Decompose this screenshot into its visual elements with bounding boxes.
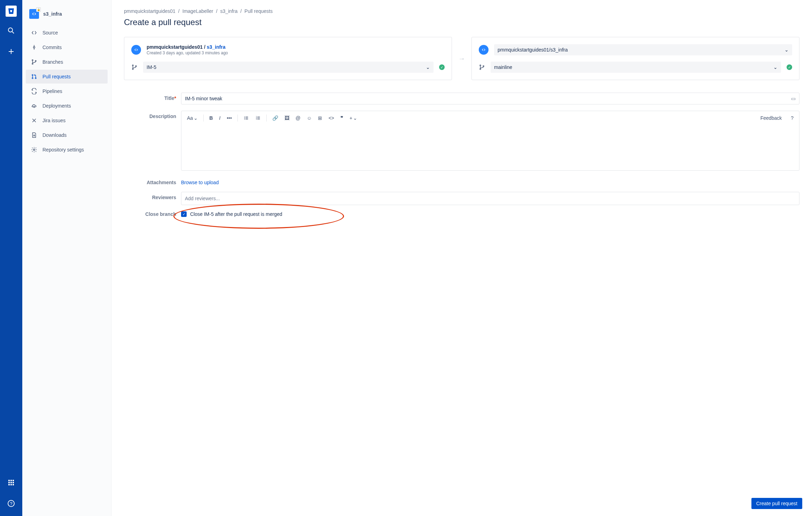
title-input[interactable]: IM-5 minor tweak ▭ (181, 93, 799, 104)
svg-rect-44 (257, 118, 260, 118)
description-label: Description (124, 111, 176, 119)
chevron-down-icon: ⌄ (194, 115, 198, 121)
gear-icon (31, 146, 38, 153)
help-button[interactable]: ? (789, 114, 796, 122)
reviewers-input[interactable]: Add reviewers... (181, 192, 799, 205)
svg-point-20 (35, 61, 36, 62)
insert-button[interactable]: + ⌄ (348, 114, 359, 122)
text-style-button[interactable]: Aa ⌄ (185, 114, 200, 122)
search-icon[interactable] (4, 24, 18, 38)
svg-rect-38 (245, 118, 248, 118)
svg-point-23 (35, 78, 36, 79)
quote-button[interactable]: ❞ (338, 114, 345, 122)
close-branch-text: Close IM-5 after the pull request is mer… (190, 211, 282, 217)
svg-point-22 (32, 78, 33, 79)
svg-rect-7 (8, 482, 10, 483)
svg-rect-4 (8, 480, 10, 481)
breadcrumb-item[interactable]: pmmquickstartguides01 (124, 8, 175, 14)
arrow-right-icon: → (458, 55, 465, 63)
create-icon[interactable] (4, 45, 18, 58)
repo-header[interactable]: 🔒 s3_infra (26, 7, 108, 26)
svg-point-34 (483, 66, 484, 67)
table-button[interactable]: ⊞ (316, 114, 324, 122)
svg-rect-5 (10, 480, 12, 481)
code-button[interactable]: <> (326, 114, 336, 122)
sidebar-item-source[interactable]: Source (26, 26, 108, 40)
image-button[interactable]: 🖼 (282, 114, 291, 122)
browse-upload-link[interactable]: Browse to upload (181, 177, 219, 185)
sidebar-item-label: Source (42, 30, 58, 36)
branch-icon (131, 64, 138, 70)
sidebar-item-commits[interactable]: Commits (26, 40, 108, 54)
svg-rect-9 (13, 482, 14, 483)
sidebar-item-label: Branches (42, 59, 63, 65)
svg-rect-10 (8, 484, 10, 485)
title-label: Title* (124, 93, 176, 101)
contact-icon[interactable]: ▭ (791, 96, 796, 101)
jira-icon (31, 117, 38, 124)
help-icon[interactable]: ? (4, 497, 18, 510)
description-textarea[interactable] (181, 125, 799, 170)
chevron-down-icon: ⌄ (773, 64, 778, 70)
sidebar-item-branches[interactable]: Branches (26, 55, 108, 69)
create-pull-request-button[interactable]: Create pull request (751, 498, 802, 509)
number-list-button[interactable]: 123 (253, 114, 263, 122)
sidebar-item-label: Repository settings (42, 147, 84, 153)
branches-icon (31, 58, 38, 65)
feedback-button[interactable]: Feedback (758, 114, 784, 122)
svg-point-33 (480, 69, 481, 70)
svg-rect-46 (257, 119, 260, 119)
sidebar-item-pull-requests[interactable]: Pull requests (26, 70, 108, 84)
source-branch-select[interactable]: IM-5 ⌄ (143, 62, 434, 73)
global-nav: ? (0, 0, 22, 516)
svg-rect-42 (257, 117, 260, 117)
bullet-list-button[interactable] (241, 114, 251, 122)
apps-icon[interactable] (4, 476, 18, 490)
deployments-icon (31, 102, 38, 109)
close-branch-checkbox[interactable]: ✓ (181, 211, 187, 217)
bold-button[interactable]: B (207, 114, 215, 122)
svg-rect-12 (13, 484, 14, 485)
dest-branch-select[interactable]: mainline ⌄ (491, 62, 781, 73)
code-icon (131, 45, 141, 55)
sidebar-item-settings[interactable]: Repository settings (26, 143, 108, 157)
breadcrumb-item[interactable]: ImageLabeller (182, 8, 213, 14)
dest-repo-select[interactable]: pmmquickstartguides01/s3_infra ⌄ (494, 44, 792, 55)
svg-rect-8 (10, 482, 12, 483)
source-box: pmmquickstartguides01 / s3_infra Created… (124, 37, 452, 80)
sidebar-item-label: Jira issues (42, 118, 65, 123)
lock-icon: 🔒 (36, 7, 41, 12)
svg-point-35 (244, 117, 245, 117)
svg-point-31 (135, 66, 136, 67)
bitbucket-logo[interactable] (6, 6, 17, 17)
more-formatting-button[interactable]: ••• (225, 114, 234, 122)
downloads-icon (31, 132, 38, 139)
chevron-down-icon: ⌄ (353, 115, 357, 121)
svg-point-0 (8, 28, 13, 32)
breadcrumb-item[interactable]: Pull requests (244, 8, 273, 14)
breadcrumb-item[interactable]: s3_infra (220, 8, 237, 14)
sidebar-item-label: Deployments (42, 103, 71, 109)
repo-title: s3_infra (43, 11, 62, 17)
sidebar-item-pipelines[interactable]: Pipelines (26, 84, 108, 98)
breadcrumb: pmmquickstartguides01/ ImageLabeller/ s3… (124, 8, 799, 14)
editor-toolbar: Aa ⌄ B I ••• 123 🔗 🖼 @ ☺ ⊞ <> ❞ + (181, 111, 799, 125)
pull-requests-icon (31, 73, 38, 80)
emoji-button[interactable]: ☺ (305, 114, 314, 122)
dest-box: pmmquickstartguides01/s3_infra ⌄ mainlin… (471, 37, 799, 80)
repo-link[interactable]: s3_infra (207, 44, 226, 50)
svg-point-15 (33, 47, 35, 48)
sidebar-item-label: Downloads (42, 132, 67, 138)
mention-button[interactable]: @ (294, 114, 303, 122)
sidebar: 🔒 s3_infra Source Commits Branches Pull … (22, 0, 111, 516)
sidebar-item-downloads[interactable]: Downloads (26, 128, 108, 142)
link-button[interactable]: 🔗 (270, 114, 280, 122)
svg-text:3: 3 (256, 118, 257, 120)
svg-point-37 (244, 118, 245, 118)
sidebar-item-deployments[interactable]: Deployments (26, 99, 108, 113)
italic-button[interactable]: I (217, 114, 222, 122)
close-branch-label: Close branch (124, 211, 176, 217)
commits-icon (31, 44, 38, 51)
source-icon (31, 29, 38, 36)
sidebar-item-jira[interactable]: Jira issues (26, 114, 108, 127)
